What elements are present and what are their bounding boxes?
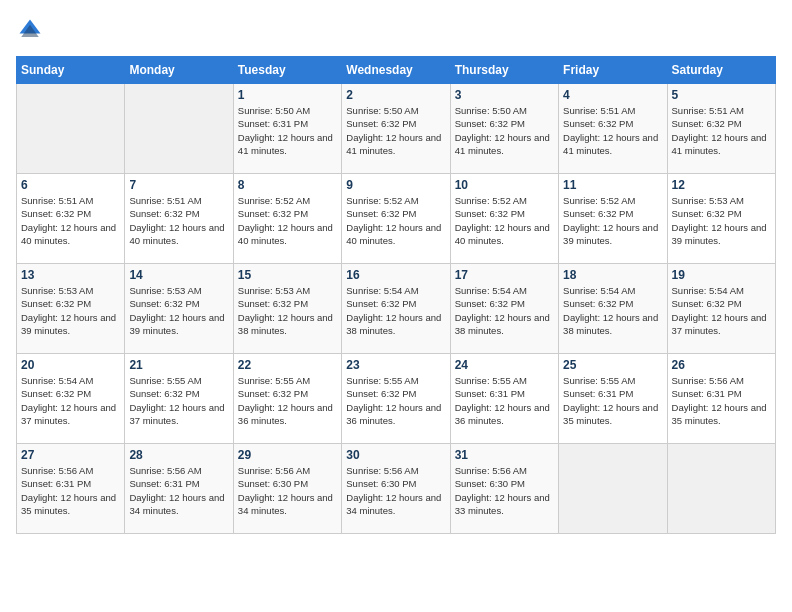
day-detail: Sunrise: 5:51 AMSunset: 6:32 PMDaylight:…: [21, 194, 120, 247]
day-number: 17: [455, 268, 554, 282]
calendar-cell: 12Sunrise: 5:53 AMSunset: 6:32 PMDayligh…: [667, 174, 775, 264]
day-detail: Sunrise: 5:50 AMSunset: 6:32 PMDaylight:…: [455, 104, 554, 157]
day-number: 25: [563, 358, 662, 372]
day-number: 30: [346, 448, 445, 462]
calendar-week-row: 1Sunrise: 5:50 AMSunset: 6:31 PMDaylight…: [17, 84, 776, 174]
day-number: 10: [455, 178, 554, 192]
calendar-cell: 30Sunrise: 5:56 AMSunset: 6:30 PMDayligh…: [342, 444, 450, 534]
calendar-cell: 22Sunrise: 5:55 AMSunset: 6:32 PMDayligh…: [233, 354, 341, 444]
day-detail: Sunrise: 5:52 AMSunset: 6:32 PMDaylight:…: [346, 194, 445, 247]
day-number: 5: [672, 88, 771, 102]
day-detail: Sunrise: 5:50 AMSunset: 6:32 PMDaylight:…: [346, 104, 445, 157]
weekday-header-sunday: Sunday: [17, 57, 125, 84]
calendar-cell: 1Sunrise: 5:50 AMSunset: 6:31 PMDaylight…: [233, 84, 341, 174]
day-number: 26: [672, 358, 771, 372]
day-detail: Sunrise: 5:52 AMSunset: 6:32 PMDaylight:…: [238, 194, 337, 247]
day-number: 4: [563, 88, 662, 102]
day-detail: Sunrise: 5:55 AMSunset: 6:31 PMDaylight:…: [563, 374, 662, 427]
day-number: 12: [672, 178, 771, 192]
calendar-cell: 28Sunrise: 5:56 AMSunset: 6:31 PMDayligh…: [125, 444, 233, 534]
calendar-cell: 5Sunrise: 5:51 AMSunset: 6:32 PMDaylight…: [667, 84, 775, 174]
calendar-table: SundayMondayTuesdayWednesdayThursdayFrid…: [16, 56, 776, 534]
day-detail: Sunrise: 5:56 AMSunset: 6:31 PMDaylight:…: [672, 374, 771, 427]
calendar-week-row: 27Sunrise: 5:56 AMSunset: 6:31 PMDayligh…: [17, 444, 776, 534]
day-number: 29: [238, 448, 337, 462]
calendar-cell: [667, 444, 775, 534]
day-number: 18: [563, 268, 662, 282]
calendar-week-row: 13Sunrise: 5:53 AMSunset: 6:32 PMDayligh…: [17, 264, 776, 354]
weekday-header-row: SundayMondayTuesdayWednesdayThursdayFrid…: [17, 57, 776, 84]
calendar-cell: [125, 84, 233, 174]
day-number: 11: [563, 178, 662, 192]
weekday-header-tuesday: Tuesday: [233, 57, 341, 84]
calendar-cell: 2Sunrise: 5:50 AMSunset: 6:32 PMDaylight…: [342, 84, 450, 174]
calendar-week-row: 6Sunrise: 5:51 AMSunset: 6:32 PMDaylight…: [17, 174, 776, 264]
day-number: 7: [129, 178, 228, 192]
day-number: 2: [346, 88, 445, 102]
day-detail: Sunrise: 5:53 AMSunset: 6:32 PMDaylight:…: [238, 284, 337, 337]
calendar-cell: 11Sunrise: 5:52 AMSunset: 6:32 PMDayligh…: [559, 174, 667, 264]
calendar-cell: [17, 84, 125, 174]
calendar-cell: 15Sunrise: 5:53 AMSunset: 6:32 PMDayligh…: [233, 264, 341, 354]
day-detail: Sunrise: 5:50 AMSunset: 6:31 PMDaylight:…: [238, 104, 337, 157]
day-number: 13: [21, 268, 120, 282]
calendar-cell: [559, 444, 667, 534]
calendar-cell: 24Sunrise: 5:55 AMSunset: 6:31 PMDayligh…: [450, 354, 558, 444]
day-number: 24: [455, 358, 554, 372]
weekday-header-wednesday: Wednesday: [342, 57, 450, 84]
weekday-header-friday: Friday: [559, 57, 667, 84]
day-number: 15: [238, 268, 337, 282]
day-number: 19: [672, 268, 771, 282]
calendar-cell: 14Sunrise: 5:53 AMSunset: 6:32 PMDayligh…: [125, 264, 233, 354]
calendar-cell: 6Sunrise: 5:51 AMSunset: 6:32 PMDaylight…: [17, 174, 125, 264]
calendar-cell: 20Sunrise: 5:54 AMSunset: 6:32 PMDayligh…: [17, 354, 125, 444]
day-number: 1: [238, 88, 337, 102]
calendar-cell: 4Sunrise: 5:51 AMSunset: 6:32 PMDaylight…: [559, 84, 667, 174]
day-number: 3: [455, 88, 554, 102]
day-detail: Sunrise: 5:51 AMSunset: 6:32 PMDaylight:…: [129, 194, 228, 247]
calendar-cell: 25Sunrise: 5:55 AMSunset: 6:31 PMDayligh…: [559, 354, 667, 444]
day-detail: Sunrise: 5:56 AMSunset: 6:31 PMDaylight:…: [129, 464, 228, 517]
calendar-cell: 26Sunrise: 5:56 AMSunset: 6:31 PMDayligh…: [667, 354, 775, 444]
weekday-header-thursday: Thursday: [450, 57, 558, 84]
day-detail: Sunrise: 5:53 AMSunset: 6:32 PMDaylight:…: [21, 284, 120, 337]
day-detail: Sunrise: 5:54 AMSunset: 6:32 PMDaylight:…: [346, 284, 445, 337]
logo: [16, 16, 48, 44]
calendar-cell: 29Sunrise: 5:56 AMSunset: 6:30 PMDayligh…: [233, 444, 341, 534]
day-detail: Sunrise: 5:52 AMSunset: 6:32 PMDaylight:…: [563, 194, 662, 247]
calendar-cell: 17Sunrise: 5:54 AMSunset: 6:32 PMDayligh…: [450, 264, 558, 354]
calendar-header: SundayMondayTuesdayWednesdayThursdayFrid…: [17, 57, 776, 84]
calendar-cell: 10Sunrise: 5:52 AMSunset: 6:32 PMDayligh…: [450, 174, 558, 264]
calendar-cell: 19Sunrise: 5:54 AMSunset: 6:32 PMDayligh…: [667, 264, 775, 354]
day-detail: Sunrise: 5:51 AMSunset: 6:32 PMDaylight:…: [563, 104, 662, 157]
calendar-cell: 8Sunrise: 5:52 AMSunset: 6:32 PMDaylight…: [233, 174, 341, 264]
day-number: 21: [129, 358, 228, 372]
calendar-body: 1Sunrise: 5:50 AMSunset: 6:31 PMDaylight…: [17, 84, 776, 534]
day-number: 22: [238, 358, 337, 372]
day-number: 14: [129, 268, 228, 282]
page-header: [16, 16, 776, 44]
day-number: 20: [21, 358, 120, 372]
calendar-cell: 9Sunrise: 5:52 AMSunset: 6:32 PMDaylight…: [342, 174, 450, 264]
day-detail: Sunrise: 5:56 AMSunset: 6:30 PMDaylight:…: [238, 464, 337, 517]
logo-icon: [16, 16, 44, 44]
day-number: 23: [346, 358, 445, 372]
day-number: 8: [238, 178, 337, 192]
calendar-cell: 27Sunrise: 5:56 AMSunset: 6:31 PMDayligh…: [17, 444, 125, 534]
day-detail: Sunrise: 5:52 AMSunset: 6:32 PMDaylight:…: [455, 194, 554, 247]
day-detail: Sunrise: 5:55 AMSunset: 6:32 PMDaylight:…: [238, 374, 337, 427]
calendar-cell: 7Sunrise: 5:51 AMSunset: 6:32 PMDaylight…: [125, 174, 233, 264]
day-detail: Sunrise: 5:53 AMSunset: 6:32 PMDaylight:…: [129, 284, 228, 337]
calendar-cell: 13Sunrise: 5:53 AMSunset: 6:32 PMDayligh…: [17, 264, 125, 354]
day-detail: Sunrise: 5:56 AMSunset: 6:30 PMDaylight:…: [346, 464, 445, 517]
day-detail: Sunrise: 5:54 AMSunset: 6:32 PMDaylight:…: [21, 374, 120, 427]
day-detail: Sunrise: 5:54 AMSunset: 6:32 PMDaylight:…: [563, 284, 662, 337]
weekday-header-saturday: Saturday: [667, 57, 775, 84]
weekday-header-monday: Monday: [125, 57, 233, 84]
day-detail: Sunrise: 5:55 AMSunset: 6:31 PMDaylight:…: [455, 374, 554, 427]
day-detail: Sunrise: 5:53 AMSunset: 6:32 PMDaylight:…: [672, 194, 771, 247]
day-detail: Sunrise: 5:54 AMSunset: 6:32 PMDaylight:…: [672, 284, 771, 337]
day-detail: Sunrise: 5:56 AMSunset: 6:30 PMDaylight:…: [455, 464, 554, 517]
day-number: 9: [346, 178, 445, 192]
day-detail: Sunrise: 5:55 AMSunset: 6:32 PMDaylight:…: [129, 374, 228, 427]
